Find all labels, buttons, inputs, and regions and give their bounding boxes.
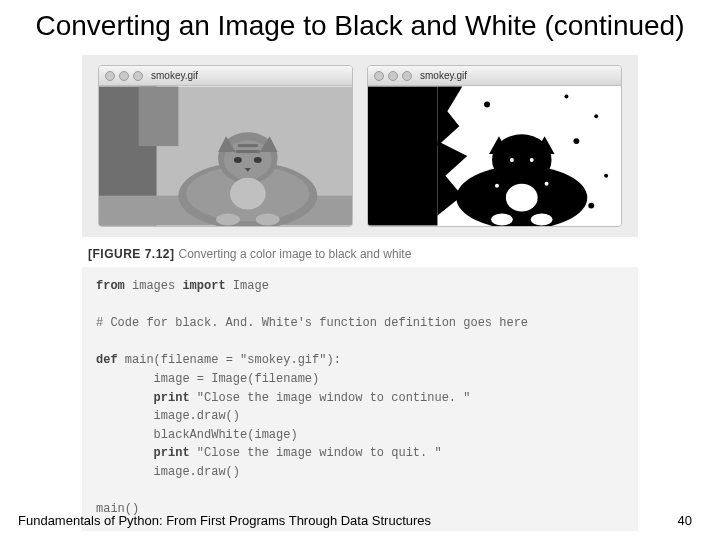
svg-point-31 — [506, 184, 538, 212]
svg-point-16 — [216, 214, 240, 226]
keyword-import: import — [182, 279, 225, 293]
window-titlebar: smokey.gif — [99, 66, 352, 86]
keyword-print: print — [154, 446, 190, 460]
footer-book-title: Fundamentals of Python: From First Progr… — [18, 513, 431, 528]
slide-footer: Fundamentals of Python: From First Progr… — [0, 513, 720, 528]
svg-point-13 — [254, 157, 262, 163]
minimize-icon — [119, 71, 129, 81]
svg-point-32 — [491, 214, 513, 226]
svg-point-23 — [573, 138, 579, 144]
zoom-icon — [402, 71, 412, 81]
code-indent — [96, 446, 154, 460]
svg-rect-10 — [238, 144, 258, 147]
bw-cat-image — [368, 86, 621, 226]
figure-image-strip: smokey.gif — [82, 55, 638, 237]
figure-caption-text: Converting a color image to black and wh… — [179, 247, 412, 261]
figure-caption: [FIGURE 7.12]Converting a color image to… — [88, 247, 720, 261]
svg-point-38 — [530, 204, 533, 207]
code-listing: from images import Image # Code for blac… — [82, 267, 638, 531]
svg-point-34 — [510, 158, 514, 162]
code-text: images — [125, 279, 183, 293]
code-line: image.draw() — [96, 409, 240, 423]
code-line: blackAndWhite(image) — [96, 428, 298, 442]
svg-point-33 — [531, 214, 553, 226]
code-text: Image — [226, 279, 269, 293]
minimize-icon — [388, 71, 398, 81]
close-icon — [105, 71, 115, 81]
svg-point-21 — [564, 94, 568, 98]
svg-point-35 — [530, 158, 534, 162]
window-titlebar: smokey.gif — [368, 66, 621, 86]
code-text: main(filename = "smokey.gif"): — [118, 353, 341, 367]
svg-rect-2 — [139, 87, 179, 147]
svg-point-25 — [588, 203, 594, 209]
window-title: smokey.gif — [151, 70, 198, 81]
code-text: "Close the image window to continue. " — [190, 391, 471, 405]
svg-point-20 — [484, 101, 490, 107]
close-icon — [374, 71, 384, 81]
svg-point-12 — [234, 157, 242, 163]
svg-rect-11 — [236, 150, 260, 153]
svg-point-36 — [495, 184, 499, 188]
figure-number: [FIGURE 7.12] — [88, 247, 175, 261]
page-title: Converting an Image to Black and White (… — [0, 0, 720, 43]
keyword-print: print — [154, 391, 190, 405]
code-line: image.draw() — [96, 465, 240, 479]
svg-point-22 — [594, 114, 598, 118]
image-window-left: smokey.gif — [98, 65, 353, 227]
code-comment: # Code for black. And. White's function … — [96, 316, 528, 330]
image-window-right: smokey.gif — [367, 65, 622, 227]
keyword-def: def — [96, 353, 118, 367]
svg-rect-19 — [368, 87, 437, 226]
code-indent — [96, 391, 154, 405]
window-title: smokey.gif — [420, 70, 467, 81]
svg-point-37 — [545, 182, 549, 186]
svg-point-26 — [604, 174, 608, 178]
keyword-from: from — [96, 279, 125, 293]
grayscale-cat-image — [99, 86, 352, 226]
svg-point-17 — [256, 214, 280, 226]
footer-page-number: 40 — [678, 513, 692, 528]
zoom-icon — [133, 71, 143, 81]
code-line: image = Image(filename) — [96, 372, 319, 386]
code-text: "Close the image window to quit. " — [190, 446, 442, 460]
svg-point-15 — [230, 178, 266, 210]
